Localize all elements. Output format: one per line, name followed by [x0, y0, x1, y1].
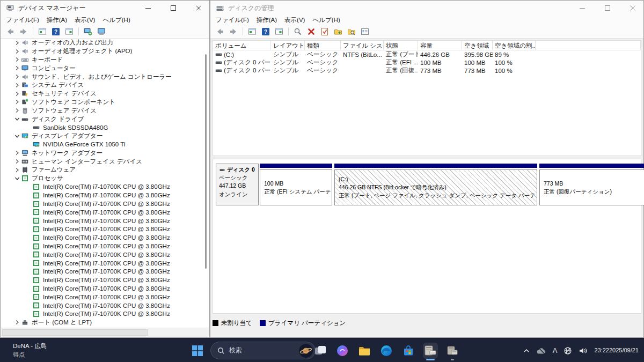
magnifier-button[interactable] [292, 26, 304, 38]
tree-item[interactable]: ディスク ドライブ [1, 115, 209, 123]
column-header-free_pct[interactable]: 空き領域の割... [493, 41, 536, 50]
tree-item[interactable]: コンピューター [1, 64, 209, 72]
menu-view[interactable]: 表示(V) [71, 16, 99, 24]
partition-body[interactable]: (C:)446.26 GB NTFS (BitLocker で暗号化済み)正常 … [334, 169, 537, 205]
device-manager-titlebar[interactable]: デバイス マネージャー [1, 1, 209, 16]
chevron-right-icon[interactable] [13, 150, 21, 156]
disk-management-titlebar[interactable]: ディスクの管理 [210, 1, 643, 16]
tree-item[interactable]: ソフトウェア コンポーネント [1, 98, 209, 107]
props-button[interactable] [359, 26, 371, 38]
file-explorer-button[interactable] [357, 343, 372, 359]
column-header-free[interactable]: 空き領域 [462, 41, 493, 50]
tree-item[interactable]: Intel(R) Core(TM) i7-10700K CPU @ 3.80GH… [1, 284, 209, 293]
disk0-label[interactable]: ディスク 0 ベーシック 447.12 GB オンライン [216, 164, 259, 205]
volume-button[interactable] [579, 346, 588, 355]
tree-item[interactable]: Intel(R) Core(TM) i7-10700K CPU @ 3.80GH… [1, 242, 209, 250]
tree-item[interactable]: ソフトウェア デバイス [1, 106, 209, 115]
tree-item[interactable]: Intel(R) Core(TM) i7-10700K CPU @ 3.80GH… [1, 217, 209, 225]
folder-up-button[interactable] [332, 26, 344, 38]
tree-item[interactable]: オーディオ処理オブジェクト (APO) [1, 47, 209, 56]
scan-hardware-button[interactable] [82, 26, 94, 38]
search-daily-image[interactable] [299, 344, 313, 358]
help-button[interactable]: ? [50, 26, 62, 38]
help-button[interactable]: ? [260, 26, 272, 38]
chevron-down-icon[interactable] [13, 134, 21, 139]
volume-row[interactable]: (ディスク 0 パーティシ...シンプルベーシック正常 (回復...773 MB… [213, 67, 641, 75]
chevron-right-icon[interactable] [13, 74, 21, 79]
menu-file[interactable]: ファイル(F) [2, 16, 43, 24]
menu-view[interactable]: 表示(V) [281, 16, 309, 24]
search-box[interactable]: 検索 [210, 342, 316, 359]
back-button[interactable] [214, 26, 226, 38]
tree-item[interactable]: NVIDIA GeForce GTX 1050 Ti [1, 141, 209, 149]
red-x-button[interactable] [305, 26, 317, 38]
tree-item[interactable]: Intel(R) Core(TM) i7-10700K CPU @ 3.80GH… [1, 233, 209, 242]
tree-item[interactable]: Intel(R) Core(TM) i7-10700K CPU @ 3.80GH… [1, 259, 209, 268]
folder-mag-button[interactable] [346, 26, 357, 38]
console-window-button[interactable] [246, 26, 258, 38]
clock-button[interactable]: 23:22 2025/09/21 [594, 346, 639, 355]
back-button[interactable] [4, 26, 16, 38]
tree-item[interactable]: ディスプレイ アダプター [1, 132, 209, 141]
chevron-right-icon[interactable] [13, 320, 21, 325]
volume-row[interactable]: (C:)シンプルベーシックNTFS (BitLo...正常 (ブート...446… [213, 50, 641, 58]
chevron-down-icon[interactable] [13, 116, 21, 122]
tree-item[interactable]: Intel(R) Core(TM) i7-10700K CPU @ 3.80GH… [1, 208, 209, 217]
chevron-right-icon[interactable] [13, 167, 21, 173]
column-header-layout[interactable]: レイアウト [271, 41, 305, 50]
minimize-button[interactable] [137, 1, 159, 16]
vertical-scrollbar-thumb[interactable] [205, 54, 207, 269]
column-header-capacity[interactable]: 容量 [418, 41, 462, 50]
tree-item[interactable]: Intel(R) Core(TM) i7-10700K CPU @ 3.80GH… [1, 191, 209, 200]
tree-item[interactable]: プロセッサ [1, 174, 209, 183]
console-window2-button[interactable] [273, 26, 285, 38]
tree-item[interactable]: ヒューマン インターフェイス デバイス [1, 157, 209, 166]
ime-mode-button[interactable]: A [553, 346, 558, 354]
partition-body[interactable]: 100 MB正常 (EFI システム パーティション) [260, 169, 332, 205]
tree-item[interactable]: Intel(R) Core(TM) i7-10700K CPU @ 3.80GH… [1, 268, 209, 276]
horizontal-scrollbar[interactable] [1, 328, 209, 337]
tray-overflow-button[interactable] [523, 347, 530, 354]
console-window-button[interactable] [36, 26, 48, 38]
maximize-button[interactable] [597, 1, 618, 16]
tree-item[interactable]: Intel(R) Core(TM) i7-10700K CPU @ 3.80GH… [1, 293, 209, 301]
chevron-right-icon[interactable] [13, 65, 21, 71]
chevron-right-icon[interactable] [13, 40, 21, 46]
volume-row[interactable]: (ディスク 0 パーティシ...シンプルベーシック正常 (EFI ...100 … [213, 58, 641, 67]
menu-action[interactable]: 操作(A) [253, 16, 281, 24]
partition-body[interactable]: 773 MB正常 (回復パーティション) [539, 169, 644, 205]
chevron-right-icon[interactable] [13, 83, 21, 88]
tree-item[interactable]: キーボード [1, 56, 209, 64]
task-view-button[interactable] [313, 343, 328, 359]
chevron-right-icon[interactable] [13, 108, 21, 113]
column-header-volume[interactable]: ボリューム [213, 41, 271, 50]
tree-item[interactable]: Intel(R) Core(TM) i7-10700K CPU @ 3.80GH… [1, 200, 209, 208]
column-header-status[interactable]: 状態 [384, 41, 418, 50]
menu-help[interactable]: ヘルプ(H) [99, 16, 134, 24]
maximize-button[interactable] [163, 1, 184, 16]
tree-item[interactable]: セキュリティ デバイス [1, 90, 209, 98]
column-header-filesystem[interactable]: ファイル システム [341, 41, 384, 50]
chevron-right-icon[interactable] [13, 159, 21, 164]
onedrive-button[interactable] [537, 347, 546, 354]
network-button[interactable] [564, 346, 572, 355]
tree-item[interactable]: Intel(R) Core(TM) i7-10700K CPU @ 3.80GH… [1, 310, 209, 319]
forward-button[interactable] [228, 26, 239, 38]
tree-item[interactable]: ファームウェア [1, 166, 209, 174]
widgets-button[interactable]: DeNA - 広島 得点 [13, 342, 47, 358]
disk-management-taskbar-button[interactable] [445, 343, 460, 359]
partition[interactable]: 100 MB正常 (EFI システム パーティション) [260, 164, 332, 205]
tree-item[interactable]: ポート (COM と LPT) [1, 318, 209, 327]
tree-item[interactable]: システム デバイス [1, 81, 209, 90]
vertical-scrollbar[interactable] [202, 39, 209, 328]
tree-item[interactable]: サウンド、ビデオ、およびゲーム コントローラー [1, 72, 209, 81]
column-header-type[interactable]: 種類 [305, 41, 341, 50]
close-button[interactable] [188, 1, 209, 16]
store-button[interactable] [401, 343, 416, 359]
monitor-tool-button[interactable] [96, 26, 107, 38]
forward-button[interactable] [18, 26, 30, 38]
tree-item[interactable]: Intel(R) Core(TM) i7-10700K CPU @ 3.80GH… [1, 301, 209, 310]
close-button[interactable] [622, 1, 643, 16]
partition[interactable]: 773 MB正常 (回復パーティション) [539, 164, 644, 205]
tree-item[interactable]: Intel(R) Core(TM) i7-10700K CPU @ 3.80GH… [1, 225, 209, 234]
